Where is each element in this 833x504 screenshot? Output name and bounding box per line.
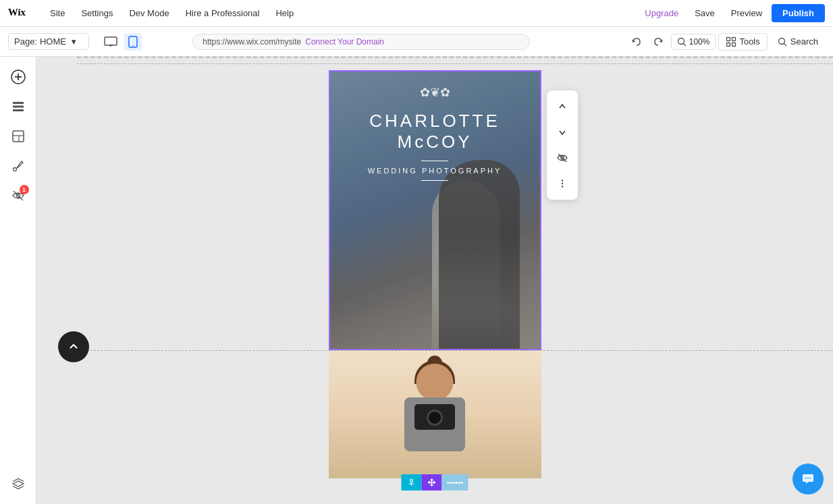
move-up-button[interactable] xyxy=(550,94,574,119)
svg-rect-17 xyxy=(13,102,24,104)
svg-rect-18 xyxy=(13,106,24,108)
undo-button[interactable] xyxy=(626,32,647,52)
top-navigation: Wix Site Settings Dev Mode Hire a Profes… xyxy=(0,0,833,27)
svg-point-23 xyxy=(13,168,16,171)
svg-point-37 xyxy=(561,183,562,184)
svg-rect-19 xyxy=(13,109,24,111)
sidebar-design-icon[interactable] xyxy=(5,123,32,150)
svg-line-13 xyxy=(784,43,786,46)
wedding-ornament: ✿❦✿ xyxy=(344,85,527,100)
svg-rect-1 xyxy=(105,37,117,45)
sidebar-hidden-elements-icon[interactable] xyxy=(5,182,32,209)
scroll-up-button[interactable] xyxy=(58,331,89,362)
chevron-down-icon: ▾ xyxy=(72,36,76,47)
nav-upgrade[interactable]: Upgrade xyxy=(638,5,685,21)
save-button[interactable]: Save xyxy=(688,5,722,21)
section-boundary-top xyxy=(77,57,833,58)
preview-button[interactable]: Preview xyxy=(724,5,769,21)
photog-lens xyxy=(427,410,443,426)
page-name: HOME xyxy=(40,36,66,47)
svg-point-36 xyxy=(561,179,562,181)
nav-site[interactable]: Site xyxy=(43,5,72,21)
svg-point-12 xyxy=(778,38,784,44)
svg-point-26 xyxy=(410,479,413,482)
connect-domain-link[interactable]: Connect Your Domain xyxy=(305,37,384,47)
svg-point-38 xyxy=(561,186,562,187)
chat-button[interactable] xyxy=(792,464,824,495)
svg-line-25 xyxy=(14,191,23,200)
section-move-handle[interactable] xyxy=(422,474,442,491)
wedding-text-content: ✿❦✿ CHARLOTTE McCOY WEDDING PHOTOGRAPHY xyxy=(330,72,540,200)
svg-point-33 xyxy=(810,478,811,479)
svg-rect-9 xyxy=(732,37,736,40)
photographer-section[interactable] xyxy=(329,350,541,478)
svg-rect-10 xyxy=(727,43,730,46)
sidebar-pages-icon[interactable] xyxy=(5,93,32,120)
svg-rect-8 xyxy=(727,37,730,40)
svg-point-6 xyxy=(678,38,684,44)
svg-point-32 xyxy=(807,478,809,479)
mobile-preview: ✿❦✿ CHARLOTTE McCOY WEDDING PHOTOGRAPHY xyxy=(329,70,541,478)
more-options-button[interactable] xyxy=(550,171,574,196)
sidebar-bottom xyxy=(5,470,32,497)
sidebar-layers-icon[interactable] xyxy=(5,470,32,497)
section-drag-handle[interactable] xyxy=(402,474,468,491)
svg-text:Wix: Wix xyxy=(8,6,26,17)
desktop-view-button[interactable] xyxy=(100,34,122,50)
undo-redo-group xyxy=(626,32,668,52)
wedding-name: CHARLOTTE McCOY xyxy=(344,111,527,152)
search-button[interactable]: Search xyxy=(770,34,825,50)
wix-logo[interactable]: Wix xyxy=(8,5,35,22)
move-down-button[interactable] xyxy=(550,120,574,144)
redo-button[interactable] xyxy=(648,32,668,52)
svg-line-7 xyxy=(683,43,686,46)
sidebar-tools-icon[interactable] xyxy=(5,152,32,179)
toolbar-right: 100% Tools Search xyxy=(626,32,825,52)
wedding-section[interactable]: ✿❦✿ CHARLOTTE McCOY WEDDING PHOTOGRAPHY xyxy=(329,70,541,350)
page-selector[interactable]: Page: HOME ▾ xyxy=(8,33,89,50)
canvas-top-dashed xyxy=(77,63,833,64)
section-dots-handle[interactable] xyxy=(442,474,468,491)
svg-rect-11 xyxy=(732,43,736,46)
hide-section-button[interactable] xyxy=(550,146,574,170)
nav-help[interactable]: Help xyxy=(269,5,300,21)
tools-button[interactable]: Tools xyxy=(718,33,767,51)
page-label: Page: xyxy=(14,36,37,47)
svg-rect-20 xyxy=(13,131,24,142)
section-controls-panel xyxy=(547,90,578,200)
tools-label: Tools xyxy=(739,36,759,47)
mobile-view-button[interactable] xyxy=(124,33,142,51)
zoom-control[interactable]: 100% xyxy=(671,34,716,50)
publish-button[interactable]: Publish xyxy=(772,4,825,22)
device-switcher xyxy=(100,33,142,51)
main-editor: ✿❦✿ CHARLOTTE McCOY WEDDING PHOTOGRAPHY xyxy=(0,57,833,504)
anchor-button[interactable] xyxy=(402,474,422,491)
search-label: Search xyxy=(790,36,818,47)
svg-point-5 xyxy=(132,45,134,47)
zoom-level: 100% xyxy=(689,37,710,47)
wedding-divider-2 xyxy=(421,180,448,181)
nav-hire[interactable]: Hire a Professional xyxy=(179,5,267,21)
photographer-bg xyxy=(329,350,541,478)
nav-settings[interactable]: Settings xyxy=(74,5,119,21)
canvas-mid-dashed xyxy=(77,350,833,351)
url-bar[interactable]: https://www.wix.com/mysite Connect Your … xyxy=(192,34,530,50)
photog-head xyxy=(416,364,454,401)
sidebar-add-button[interactable] xyxy=(5,63,32,90)
editor-canvas: ✿❦✿ CHARLOTTE McCOY WEDDING PHOTOGRAPHY xyxy=(36,57,833,504)
left-sidebar xyxy=(0,57,36,504)
editor-toolbar: Page: HOME ▾ https://www.wix.com/mysite … xyxy=(0,27,833,57)
url-text: https://www.wix.com/mysite xyxy=(203,37,301,47)
svg-point-31 xyxy=(805,478,807,479)
nav-dev-mode[interactable]: Dev Mode xyxy=(122,5,176,21)
wedding-subtitle: WEDDING PHOTOGRAPHY xyxy=(344,167,527,175)
wedding-divider-1 xyxy=(421,161,448,161)
